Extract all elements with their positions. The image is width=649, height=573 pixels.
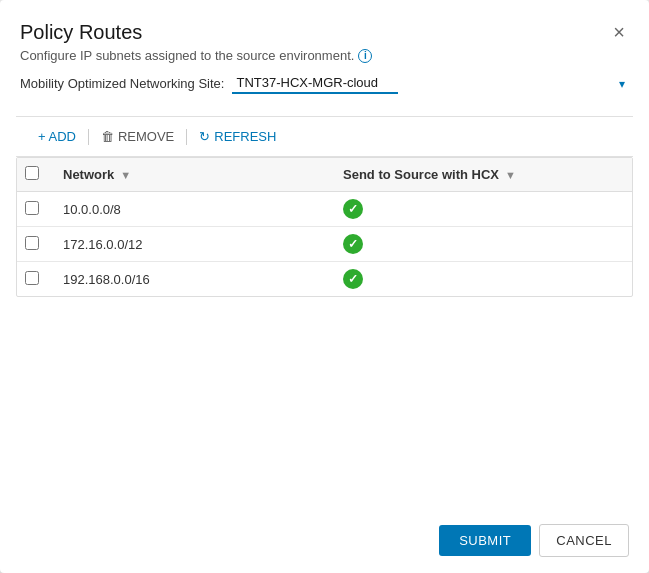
site-label: Mobility Optimized Networking Site: [20, 76, 224, 91]
row-network-cell: 192.168.0.0/16 [53, 262, 333, 297]
row-checkbox-2[interactable] [25, 271, 39, 285]
routes-table: Network ▼ Send to Source with HCX ▼ [17, 158, 632, 296]
dialog-subtitle: Configure IP subnets assigned to the sou… [20, 48, 629, 63]
row-check-cell [17, 262, 53, 297]
routes-table-container: Network ▼ Send to Source with HCX ▼ [16, 157, 633, 297]
header-checkbox[interactable] [25, 166, 39, 180]
table-body: 10.0.0.0/8✓172.16.0.0/12✓192.168.0.0/16✓ [17, 192, 632, 297]
cancel-button[interactable]: CANCEL [539, 524, 629, 557]
send-hcx-check-icon: ✓ [343, 199, 363, 219]
send-header-inner: Send to Source with HCX ▼ [343, 167, 622, 182]
site-select[interactable]: TNT37-HCX-MGR-cloud [232, 73, 398, 94]
network-header-label: Network [63, 167, 114, 182]
table-header: Network ▼ Send to Source with HCX ▼ [17, 158, 632, 192]
title-row: Policy Routes × [20, 20, 629, 44]
toolbar: + ADD 🗑 REMOVE ↻ REFRESH [16, 116, 633, 157]
table-row: 172.16.0.0/12✓ [17, 227, 632, 262]
row-send-cell: ✓ [333, 262, 632, 297]
remove-button[interactable]: 🗑 REMOVE [95, 125, 180, 148]
site-select-wrapper: TNT37-HCX-MGR-cloud [232, 73, 629, 94]
header-send-col: Send to Source with HCX ▼ [333, 158, 632, 192]
table-row: 192.168.0.0/16✓ [17, 262, 632, 297]
remove-icon: 🗑 [101, 129, 114, 144]
add-button[interactable]: + ADD [32, 125, 82, 148]
network-header-inner: Network ▼ [63, 167, 323, 182]
row-send-cell: ✓ [333, 192, 632, 227]
row-checkbox-0[interactable] [25, 201, 39, 215]
row-check-cell [17, 192, 53, 227]
send-hcx-check-icon: ✓ [343, 234, 363, 254]
header-row: Network ▼ Send to Source with HCX ▼ [17, 158, 632, 192]
row-checkbox-1[interactable] [25, 236, 39, 250]
refresh-label: REFRESH [214, 129, 276, 144]
row-network-cell: 10.0.0.0/8 [53, 192, 333, 227]
close-button[interactable]: × [609, 20, 629, 44]
network-filter-icon[interactable]: ▼ [120, 169, 131, 181]
site-row: Mobility Optimized Networking Site: TNT3… [20, 73, 629, 104]
dialog-header: Policy Routes × Configure IP subnets ass… [0, 0, 649, 104]
dialog-title: Policy Routes [20, 21, 142, 44]
dialog-body: + ADD 🗑 REMOVE ↻ REFRESH [0, 104, 649, 508]
policy-routes-dialog: Policy Routes × Configure IP subnets ass… [0, 0, 649, 573]
refresh-button[interactable]: ↻ REFRESH [193, 125, 282, 148]
header-check-col [17, 158, 53, 192]
subtitle-text: Configure IP subnets assigned to the sou… [20, 48, 354, 63]
header-network-col: Network ▼ [53, 158, 333, 192]
refresh-icon: ↻ [199, 129, 210, 144]
row-check-cell [17, 227, 53, 262]
row-network-cell: 172.16.0.0/12 [53, 227, 333, 262]
remove-label: REMOVE [118, 129, 174, 144]
submit-button[interactable]: SUBMIT [439, 525, 531, 556]
send-hcx-check-icon: ✓ [343, 269, 363, 289]
dialog-footer: SUBMIT CANCEL [0, 508, 649, 573]
info-icon[interactable]: i [358, 49, 372, 63]
send-header-label: Send to Source with HCX [343, 167, 499, 182]
row-send-cell: ✓ [333, 227, 632, 262]
toolbar-divider1 [88, 129, 89, 145]
table-row: 10.0.0.0/8✓ [17, 192, 632, 227]
send-filter-icon[interactable]: ▼ [505, 169, 516, 181]
add-label: + ADD [38, 129, 76, 144]
toolbar-divider2 [186, 129, 187, 145]
